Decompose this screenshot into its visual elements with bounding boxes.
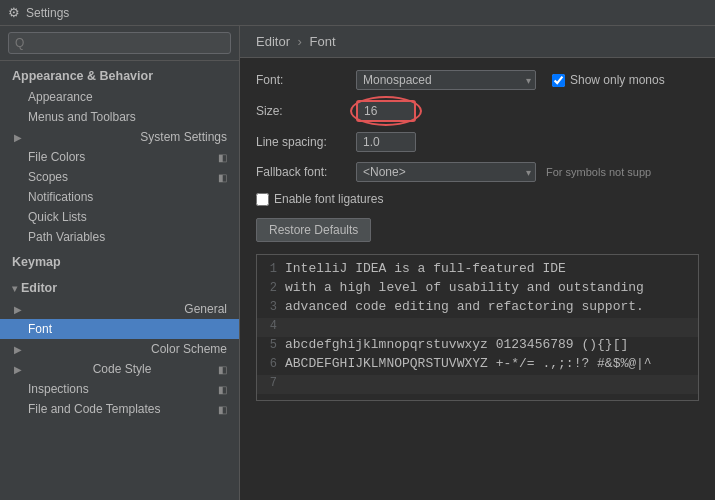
fallback-font-row: Fallback font: <None> For symbols not su… <box>256 162 699 182</box>
settings-area: Font: Monospaced Show only monos Size: <box>240 58 715 500</box>
sidebar-item-general[interactable]: ▶General <box>0 299 239 319</box>
arrow-icon: ▶ <box>14 132 22 143</box>
breadcrumb: Editor › Font <box>240 26 715 58</box>
font-row: Font: Monospaced Show only monos <box>256 70 699 90</box>
line-spacing-input[interactable] <box>356 132 416 152</box>
section-appearance-behavior: Appearance & Behavior <box>0 65 239 87</box>
file-colors-icon: ◧ <box>218 152 227 163</box>
preview-line: 6ABCDEFGHIJKLMNOPQRSTUVWXYZ +-*/= .,;:!?… <box>257 356 698 375</box>
sidebar-item-quick-lists[interactable]: Quick Lists <box>0 207 239 227</box>
sidebar-item-path-variables[interactable]: Path Variables <box>0 227 239 247</box>
show-monos-row: Show only monos <box>552 73 665 87</box>
size-input-wrapper <box>356 100 416 122</box>
preview-line: 5abcdefghijklmnopqrstuvwxyz 0123456789 (… <box>257 337 698 356</box>
nav-tree: Appearance & Behavior Appearance Menus a… <box>0 61 239 500</box>
line-number: 1 <box>257 261 277 276</box>
size-label: Size: <box>256 104 356 118</box>
section-keymap: Keymap <box>0 251 239 273</box>
line-number: 2 <box>257 280 277 295</box>
line-spacing-label: Line spacing: <box>256 135 356 149</box>
show-monos-label[interactable]: Show only monos <box>570 73 665 87</box>
fallback-font-select[interactable]: <None> <box>356 162 536 182</box>
enable-ligatures-label[interactable]: Enable font ligatures <box>274 192 383 206</box>
editor-arrow-icon: ▾ <box>12 283 17 294</box>
size-row: Size: <box>256 100 699 122</box>
line-spacing-row: Line spacing: <box>256 132 699 152</box>
font-select[interactable]: Monospaced <box>356 70 536 90</box>
general-arrow-icon: ▶ <box>14 304 22 315</box>
breadcrumb-editor: Editor <box>256 34 290 49</box>
breadcrumb-separator: › <box>298 34 306 49</box>
line-text: advanced code editing and refactoring su… <box>285 299 644 314</box>
scopes-icon: ◧ <box>218 172 227 183</box>
preview-line: 7 <box>257 375 698 394</box>
sidebar-item-font[interactable]: Font <box>0 319 239 339</box>
sidebar-item-appearance[interactable]: Appearance <box>0 87 239 107</box>
code-style-arrow-icon: ▶ <box>14 364 22 375</box>
enable-ligatures-row: Enable font ligatures <box>256 192 699 206</box>
color-scheme-arrow-icon: ▶ <box>14 344 22 355</box>
right-panel: Editor › Font Font: Monospaced Show only <box>240 26 715 500</box>
preview-area: 1IntelliJ IDEA is a full-featured IDE2wi… <box>256 254 699 401</box>
line-text: with a high level of usability and outst… <box>285 280 644 295</box>
preview-line: 2with a high level of usability and outs… <box>257 280 698 299</box>
line-text: abcdefghijklmnopqrstuvwxyz 0123456789 ()… <box>285 337 628 352</box>
file-code-templates-icon: ◧ <box>218 404 227 415</box>
inspections-icon: ◧ <box>218 384 227 395</box>
enable-ligatures-checkbox[interactable] <box>256 193 269 206</box>
preview-line: 3advanced code editing and refactoring s… <box>257 299 698 318</box>
restore-defaults-button[interactable]: Restore Defaults <box>256 218 371 242</box>
fallback-select-wrapper: <None> <box>356 162 536 182</box>
sidebar-item-file-code-templates[interactable]: File and Code Templates ◧ <box>0 399 239 419</box>
search-input[interactable] <box>8 32 231 54</box>
sidebar-item-file-colors[interactable]: File Colors ◧ <box>0 147 239 167</box>
sidebar-item-code-style[interactable]: ▶Code Style ◧ <box>0 359 239 379</box>
sidebar-item-system-settings[interactable]: ▶System Settings <box>0 127 239 147</box>
fallback-font-label: Fallback font: <box>256 165 356 179</box>
font-controls: Monospaced Show only monos <box>356 70 665 90</box>
sidebar-item-color-scheme[interactable]: ▶Color Scheme <box>0 339 239 359</box>
breadcrumb-font: Font <box>310 34 336 49</box>
line-number: 3 <box>257 299 277 314</box>
main-content: Appearance & Behavior Appearance Menus a… <box>0 26 715 500</box>
line-text: ABCDEFGHIJKLMNOPQRSTUVWXYZ +-*/= .,;:!? … <box>285 356 652 371</box>
line-number: 6 <box>257 356 277 371</box>
sidebar-item-scopes[interactable]: Scopes ◧ <box>0 167 239 187</box>
title-bar-text: Settings <box>26 6 69 20</box>
settings-icon: ⚙ <box>8 5 20 20</box>
font-label: Font: <box>256 73 356 87</box>
fallback-note: For symbols not supp <box>546 166 651 178</box>
preview-line: 1IntelliJ IDEA is a full-featured IDE <box>257 261 698 280</box>
line-number: 7 <box>257 375 277 390</box>
search-container <box>0 26 239 61</box>
font-select-wrapper: Monospaced <box>356 70 536 90</box>
title-bar: ⚙ Settings <box>0 0 715 26</box>
sidebar-item-menus-toolbars[interactable]: Menus and Toolbars <box>0 107 239 127</box>
code-style-icon: ◧ <box>218 364 227 375</box>
line-number: 4 <box>257 318 277 333</box>
sidebar-item-notifications[interactable]: Notifications <box>0 187 239 207</box>
section-editor: ▾ Editor <box>0 277 239 299</box>
size-input[interactable] <box>356 100 416 122</box>
preview-line: 4 <box>257 318 698 337</box>
line-number: 5 <box>257 337 277 352</box>
line-text: IntelliJ IDEA is a full-featured IDE <box>285 261 566 276</box>
show-monos-checkbox[interactable] <box>552 74 565 87</box>
sidebar-item-inspections[interactable]: Inspections ◧ <box>0 379 239 399</box>
sidebar: Appearance & Behavior Appearance Menus a… <box>0 26 240 500</box>
